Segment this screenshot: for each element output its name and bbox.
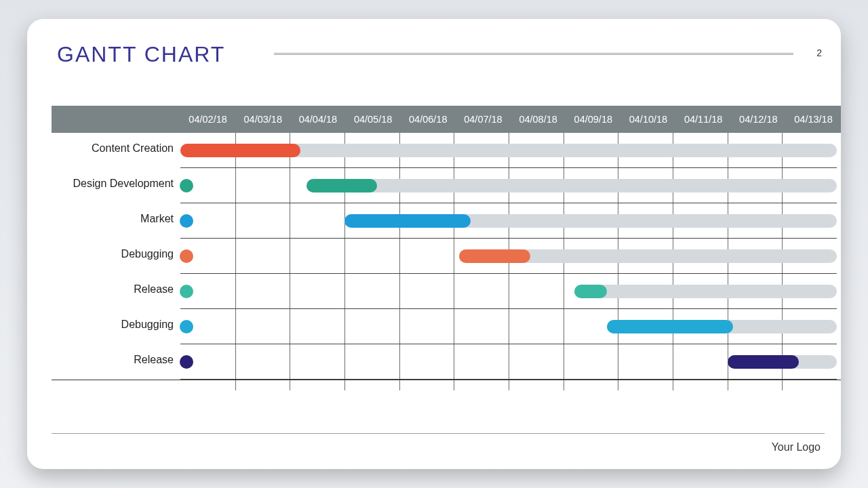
task-bar (574, 285, 607, 298)
page-number: 2 (793, 47, 825, 58)
task-bar (344, 214, 471, 228)
date-column-header: 04/02/18 (180, 106, 235, 133)
task-label: Design Development (58, 178, 174, 190)
chart-baseline (52, 380, 841, 380)
date-column-header: 04/05/18 (346, 106, 401, 133)
task-dot (180, 179, 193, 192)
task-label: Release (58, 354, 174, 366)
footer-rule (52, 433, 825, 434)
title-rule (274, 53, 793, 55)
page-title: GANTT CHART (43, 42, 274, 67)
task-track (307, 179, 837, 192)
task-bar (180, 144, 300, 157)
title-row: GANTT CHART 2 (43, 42, 825, 67)
chart-grid: 04/02/1804/03/1804/04/1804/05/1804/06/18… (180, 106, 837, 390)
task-label: Content Creation (58, 142, 174, 155)
task-bar (459, 249, 530, 263)
task-label-column: Date Content CreationDesign DevelopmentM… (52, 106, 180, 390)
task-dot (180, 285, 193, 298)
date-header-bar: 04/02/1804/03/1804/04/1804/05/1804/06/18… (52, 106, 841, 133)
task-dot (180, 320, 193, 333)
date-column-header: 04/13/18 (786, 106, 841, 133)
task-label: Debugging (58, 248, 174, 260)
header-spacer (52, 106, 180, 133)
gantt-chart: Date Content CreationDesign DevelopmentM… (52, 106, 841, 390)
date-column-header: 04/12/18 (731, 106, 786, 133)
slide: GANTT CHART 2 Date Content CreationDesig… (27, 19, 841, 469)
task-dot (180, 214, 193, 228)
date-column-header: 04/11/18 (676, 106, 731, 133)
task-bar (307, 179, 378, 192)
task-dot (180, 355, 193, 369)
task-dot (180, 249, 193, 263)
date-column-header: 04/10/18 (620, 106, 675, 133)
task-track (574, 285, 837, 298)
date-column-header: 04/06/18 (401, 106, 456, 133)
footer-logo: Your Logo (772, 441, 821, 453)
task-label: Release (58, 283, 174, 296)
date-column-header: 04/04/18 (290, 106, 345, 133)
task-bar (607, 320, 733, 333)
date-column-header: 04/08/18 (511, 106, 566, 133)
task-bar (728, 355, 799, 369)
date-column-header: 04/03/18 (235, 106, 290, 133)
task-label: Market (58, 213, 174, 225)
task-rows (180, 133, 837, 390)
date-column-header: 04/09/18 (566, 106, 620, 133)
task-label: Debugging (58, 319, 174, 331)
date-column-header: 04/07/18 (456, 106, 511, 133)
